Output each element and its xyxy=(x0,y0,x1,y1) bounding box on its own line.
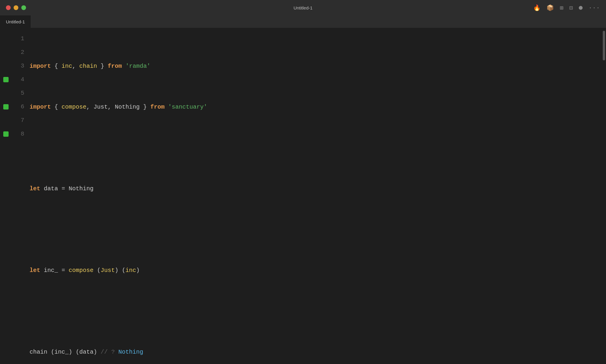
traffic-lights xyxy=(6,5,26,10)
window-title: Untitled-1 xyxy=(294,5,312,10)
punct-1: { xyxy=(51,63,62,70)
kw-from-1: from xyxy=(108,63,122,70)
kw-import-1: import xyxy=(30,63,51,70)
line-number-4: 4 xyxy=(21,73,24,86)
layout-icon[interactable]: ⊡ xyxy=(569,4,573,12)
breakpoint-4[interactable] xyxy=(3,77,9,82)
code-line-5 xyxy=(30,223,602,236)
plain-data: data = xyxy=(40,185,69,192)
fn-just: Just xyxy=(101,267,115,274)
kw-let-2: let xyxy=(30,267,40,274)
line-number-3: 3 xyxy=(21,59,24,73)
line-number-1: 1 xyxy=(21,32,24,46)
line-gutters xyxy=(0,31,12,364)
close-button[interactable] xyxy=(6,5,11,10)
punct-1c: } xyxy=(97,63,108,70)
toolbar-actions: 🔥 📦 ⊞ ⊡ ··· xyxy=(533,4,600,12)
code-line-1: import { inc , chain } from 'ramda' xyxy=(30,59,602,73)
type-nothing-1: Nothing xyxy=(115,104,140,110)
code-line-3 xyxy=(30,141,602,154)
punct-2c: , xyxy=(108,104,115,110)
sp-2 xyxy=(165,104,168,110)
line-number-2: 2 xyxy=(21,46,24,59)
kw-from-2: from xyxy=(150,104,165,110)
fn-compose-2: compose xyxy=(69,267,94,274)
fn-chain: chain xyxy=(79,63,97,70)
result-nothing: Nothing xyxy=(118,349,143,355)
kw-import-2: import xyxy=(30,104,51,110)
punct-2d: } xyxy=(140,104,150,110)
code-area[interactable]: 1 2 3 4 5 6 7 8 import { inc , chain } xyxy=(0,28,602,364)
window: Untitled-1 🔥 📦 ⊞ ⊡ ··· Untitled-1 xyxy=(0,0,606,364)
scrollbar-thumb[interactable] xyxy=(603,31,605,60)
fn-inc: inc xyxy=(62,63,72,70)
plain-chain: chain (inc_) (data) xyxy=(30,349,101,355)
line-numbers: 1 2 3 4 5 6 7 8 xyxy=(12,31,30,364)
punct-1b: , xyxy=(72,63,79,70)
line-number-5: 5 xyxy=(21,86,24,100)
tab-bar: Untitled-1 xyxy=(0,15,606,28)
gutter-4 xyxy=(3,73,9,86)
code-line-2: import { compose , Just , Nothing } from… xyxy=(30,100,602,114)
code-line-8: chain (inc_) (data) // ? Nothing xyxy=(30,345,602,359)
minimize-button[interactable] xyxy=(14,5,18,10)
package-icon[interactable]: 📦 xyxy=(547,4,554,12)
str-sanctuary: 'sanctuary' xyxy=(168,104,207,110)
punct-2b: , xyxy=(86,104,94,110)
comment-8: // ? xyxy=(101,349,118,355)
sp-1 xyxy=(122,63,125,70)
punct-6b: ) ( xyxy=(115,267,125,274)
scrollbar[interactable] xyxy=(602,28,606,364)
code-line-4: let data = Nothing xyxy=(30,182,602,195)
line-number-6: 6 xyxy=(21,100,24,114)
str-ramda: 'ramda' xyxy=(125,63,150,70)
code-line-7 xyxy=(30,304,602,318)
gutter-8 xyxy=(3,127,9,141)
fn-inc-2: inc xyxy=(125,267,136,274)
type-just: Just xyxy=(94,104,108,110)
tab-untitled-1[interactable]: Untitled-1 xyxy=(0,15,31,28)
punct-2: { xyxy=(51,104,62,110)
breakpoint-6[interactable] xyxy=(3,104,9,109)
flame-icon[interactable]: 🔥 xyxy=(533,4,541,12)
status-dot xyxy=(579,6,583,10)
gutter-6 xyxy=(3,100,9,114)
line-number-8: 8 xyxy=(21,127,24,141)
maximize-button[interactable] xyxy=(21,5,26,10)
punct-6c: ) xyxy=(136,267,140,274)
punct-6a: ( xyxy=(94,267,101,274)
editor: 1 2 3 4 5 6 7 8 import { inc , chain } xyxy=(0,28,606,364)
plain-inc-: inc_ = xyxy=(40,267,69,274)
more-options-icon[interactable]: ··· xyxy=(589,4,600,11)
fn-compose: compose xyxy=(62,104,86,110)
titlebar: Untitled-1 🔥 📦 ⊞ ⊡ ··· xyxy=(0,0,606,15)
breakpoint-8[interactable] xyxy=(3,131,9,137)
code-line-6: let inc_ = compose ( Just ) ( inc ) xyxy=(30,263,602,277)
kw-let-1: let xyxy=(30,185,40,192)
type-nothing-2: Nothing xyxy=(69,185,94,192)
split-editor-icon[interactable]: ⊞ xyxy=(560,4,563,12)
line-number-7: 7 xyxy=(21,114,24,127)
code-lines[interactable]: import { inc , chain } from 'ramda' impo… xyxy=(30,31,602,364)
